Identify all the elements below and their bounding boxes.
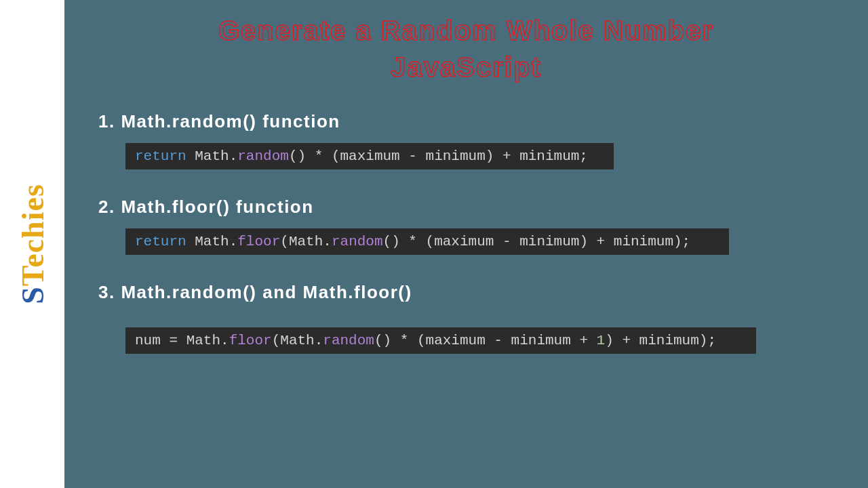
code-block-2: return Math.floor(Math.random() * (maxim… (125, 228, 729, 255)
section-heading-2: 2. Math.floor() function (98, 197, 834, 218)
brand-logo: STechies (14, 184, 50, 304)
code-block-1: return Math.random() * (maximum - minimu… (125, 143, 614, 169)
sidebar: STechies (0, 0, 64, 488)
title-line-2: JavaScript (98, 49, 834, 85)
title-line-1: Generate a Random Whole Number (98, 12, 834, 49)
slide-content: Generate a Random Whole Number JavaScrip… (64, 0, 868, 488)
slide-title: Generate a Random Whole Number JavaScrip… (98, 12, 834, 85)
section-heading-3: 3. Math.random() and Math.floor() (98, 282, 834, 303)
code-block-3: num = Math.floor(Math.random() * (maximu… (125, 327, 756, 354)
section-heading-1: 1. Math.random() function (98, 111, 834, 132)
